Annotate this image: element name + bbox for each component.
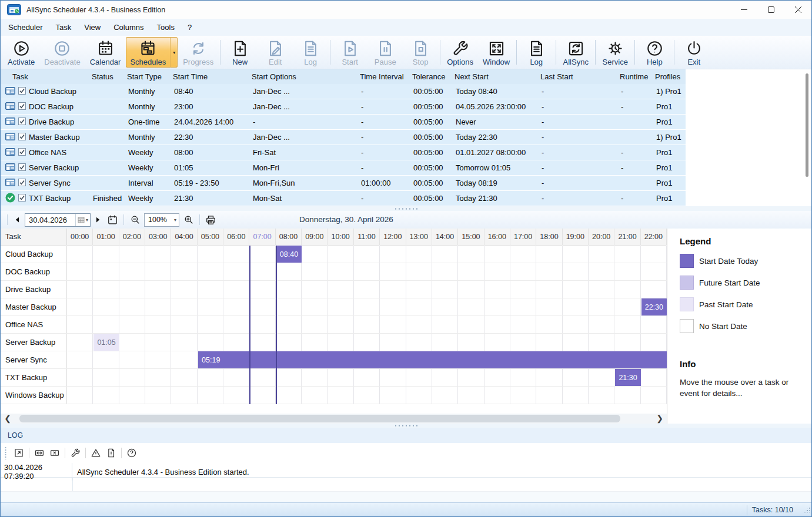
column-header-last-start[interactable]: Last Start: [540, 72, 620, 81]
task-checkbox[interactable]: [18, 194, 26, 203]
log-toolbar-button-wrench-icon[interactable]: [68, 446, 83, 460]
menu-item-scheduler[interactable]: Scheduler: [2, 19, 49, 36]
toolbar-button-window[interactable]: Window: [479, 37, 514, 68]
log-entry-row[interactable]: 30.04.2026 07:39:20AllSync Scheduler 4.3…: [1, 463, 811, 478]
schedule-event[interactable]: 05:19: [198, 351, 667, 368]
close-button[interactable]: [784, 1, 811, 19]
table-row[interactable]: Office NASWeekly08:00Fri-Sat-00:05:0001.…: [1, 145, 686, 160]
toolbar-button-calendar[interactable]: Calendar: [86, 37, 125, 68]
log-toolbar-button-clear-log-icon[interactable]: [47, 446, 62, 460]
toolbar-grip[interactable]: [5, 446, 6, 459]
log-toolbar-button-help-circle-icon[interactable]: [124, 446, 139, 460]
schedule-event[interactable]: 22:30: [641, 298, 667, 315]
log-toolbar-button-fit-width-icon[interactable]: [32, 446, 47, 460]
scroll-right-arrow[interactable]: ❯: [653, 414, 667, 424]
toolbar-button-start[interactable]: Start: [333, 37, 367, 68]
column-header-status[interactable]: Status: [92, 72, 127, 81]
schedule-event[interactable]: 08:40: [276, 246, 302, 263]
chevron-down-icon[interactable]: ▾: [170, 37, 178, 68]
zoom-select[interactable]: 100%▾: [144, 213, 179, 227]
wrench-icon: [451, 39, 469, 58]
cell-start-time: 23:00: [173, 102, 252, 111]
toolbar-button-service[interactable]: Service: [598, 37, 632, 68]
task-checkbox[interactable]: [18, 118, 26, 127]
resize-grip[interactable]: [804, 507, 810, 513]
date-picker[interactable]: 30.04.2026 ▾: [25, 213, 91, 227]
toolbar-button-stop[interactable]: Stop: [403, 37, 437, 68]
toolbar-button-allsync[interactable]: AllSync: [559, 37, 593, 68]
scroll-left-arrow[interactable]: ❮: [1, 414, 15, 424]
toolbar-button-exit[interactable]: Exit: [677, 37, 711, 68]
toolbar-button-schedules[interactable]: Schedules▾: [126, 37, 178, 68]
table-row[interactable]: Cloud BackupMonthly08:40Jan-Dec ...-00:0…: [1, 84, 686, 99]
print-button[interactable]: [203, 213, 218, 227]
task-checkbox[interactable]: [18, 163, 26, 173]
zoom-out-button[interactable]: [128, 213, 142, 227]
menu-item-columns[interactable]: Columns: [107, 19, 150, 36]
toolbar-button-label: Calendar: [90, 58, 121, 66]
menu-item-task[interactable]: Task: [49, 19, 78, 36]
table-row[interactable]: Server SyncInterval05:19 - 23:50Mon-Fri,…: [1, 176, 686, 191]
log-toolbar-button-expand-log-icon[interactable]: [11, 446, 26, 460]
table-row[interactable]: TXT BackupFinishedWeekly21:30Mon-Sat-00:…: [1, 191, 686, 206]
timeline-cell: [563, 387, 589, 404]
column-header-start-time[interactable]: Start Time: [173, 72, 252, 81]
table-row[interactable]: DOC BackupMonthly23:00Jan-Dec ...-00:05:…: [1, 99, 686, 115]
task-checkbox[interactable]: [18, 87, 26, 96]
timeline-cell: [406, 387, 432, 404]
hour-label-01-00: 01:00: [93, 229, 119, 245]
log-splitter[interactable]: [1, 424, 811, 428]
table-row[interactable]: Master BackupMonthly22:30Jan-Dec ...-00:…: [1, 130, 686, 145]
task-checkbox[interactable]: [18, 179, 26, 188]
toolbar-button-deactivate[interactable]: Deactivate: [40, 37, 84, 68]
column-header-start-options[interactable]: Start Options: [252, 72, 360, 81]
column-header-tolerance[interactable]: Tolerance: [412, 72, 455, 81]
schedule-event[interactable]: 01:05: [93, 334, 119, 351]
toolbar-button-pause[interactable]: Pause: [368, 37, 402, 68]
next-day-button[interactable]: [91, 213, 105, 227]
vertical-scrollbar-thumb[interactable]: [806, 73, 808, 177]
menu-item-[interactable]: ?: [181, 19, 198, 36]
task-checkbox[interactable]: [18, 148, 26, 157]
column-header-next-start[interactable]: Next Start: [455, 72, 540, 81]
toolbar-button-activate[interactable]: Activate: [4, 37, 39, 68]
toolbar-button-log[interactable]: Log: [519, 37, 553, 68]
toolbar-button-help[interactable]: Help: [637, 37, 671, 68]
log-toolbar-button-doc-alert-icon[interactable]: [103, 446, 119, 460]
maximize-button[interactable]: [757, 1, 784, 19]
menu-item-view[interactable]: View: [78, 19, 107, 36]
minimize-button[interactable]: [730, 1, 757, 19]
toolbar-button-new[interactable]: New: [223, 37, 257, 68]
column-header-profiles[interactable]: Profiles: [655, 72, 686, 81]
previous-day-button[interactable]: [11, 213, 25, 227]
column-header-task[interactable]: Task: [1, 72, 92, 81]
schedule-event[interactable]: 21:30: [615, 369, 640, 386]
schedules-icon: [139, 39, 157, 58]
toolbar-button-progress[interactable]: Progress: [179, 37, 218, 68]
horizontal-scrollbar-thumb[interactable]: [19, 415, 620, 422]
task-checkbox[interactable]: [18, 133, 26, 142]
legend-item-label: Past Start Date: [699, 300, 753, 309]
toolbar-button-edit[interactable]: Edit: [258, 37, 292, 68]
column-header-start-type[interactable]: Start Type: [127, 72, 173, 81]
timeline-cell: [145, 316, 171, 333]
toolbar-button-options[interactable]: Options: [443, 37, 477, 68]
table-row[interactable]: Server BackupWeekly01:05Mon-Fri-00:05:00…: [1, 160, 686, 176]
timeline-cell: [563, 298, 589, 315]
legend-title: Legend: [680, 236, 811, 246]
table-splitter[interactable]: [1, 206, 811, 211]
toolbar-button-log[interactable]: Log: [293, 37, 328, 68]
calendar-dropdown-icon[interactable]: ▾: [75, 214, 90, 226]
column-header-runtime[interactable]: Runtime: [620, 72, 655, 81]
table-row[interactable]: Drive BackupOne-time24.04.2026 14:00--00…: [1, 115, 686, 130]
tasks-count: Tasks: 10/10: [752, 506, 793, 514]
timeline-row: Master Backup22:30: [1, 298, 667, 316]
menu-item-tools[interactable]: Tools: [151, 19, 181, 36]
task-checkbox[interactable]: [18, 102, 26, 112]
today-button[interactable]: [105, 213, 120, 227]
hour-label-09-00: 09:00: [302, 229, 328, 245]
log-toolbar-button-warning-icon[interactable]: [88, 446, 103, 460]
zoom-in-button[interactable]: [181, 213, 196, 227]
horizontal-scrollbar[interactable]: ❮ ❯: [1, 414, 667, 424]
column-header-time-interval[interactable]: Time Interval: [360, 72, 412, 81]
